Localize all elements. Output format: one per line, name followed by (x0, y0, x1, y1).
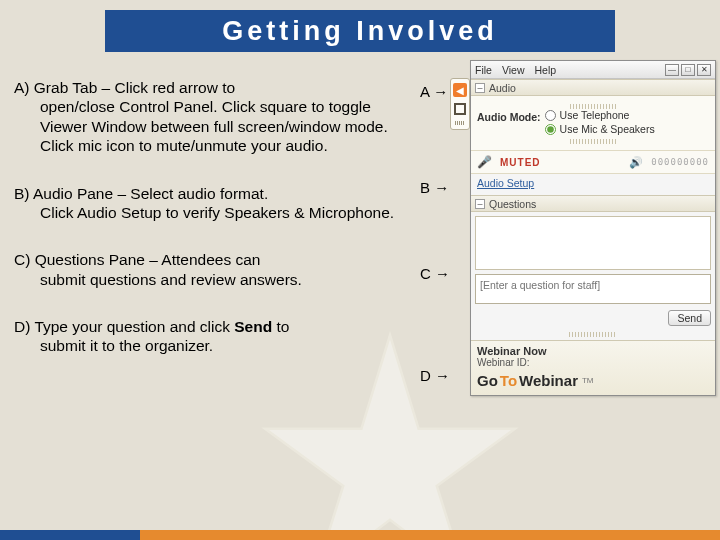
menubar: File View Help — □ ✕ (471, 61, 715, 79)
gotowebinar-panel: ◀ File View Help — □ ✕ – Audio Audio Mod… (450, 60, 716, 396)
grip-icon (570, 139, 616, 144)
questions-log (475, 216, 711, 270)
speaker-icon[interactable]: 🔊 (629, 156, 643, 169)
marker-b: B → (420, 179, 449, 196)
collapse-icon[interactable]: – (475, 83, 485, 93)
marker-d: D → (420, 367, 450, 384)
slide-footer-bar (0, 530, 720, 540)
panel-footer: Webinar Now Webinar ID: GoToWebinarTM (471, 340, 715, 395)
webinar-title: Webinar Now (477, 345, 709, 357)
volume-meter: 000000000 (651, 157, 709, 167)
question-input[interactable] (475, 274, 711, 304)
collapse-arrow-icon[interactable]: ◀ (453, 83, 467, 97)
minimize-icon[interactable]: — (665, 64, 679, 76)
grab-tab[interactable]: ◀ (450, 78, 470, 130)
questions-section-header[interactable]: – Questions (471, 195, 715, 212)
grip-icon (569, 332, 618, 337)
para-a: A) Grab Tab – Click red arrow to open/cl… (14, 78, 414, 156)
send-button[interactable]: Send (668, 310, 711, 326)
instruction-text: A) Grab Tab – Click red arrow to open/cl… (14, 78, 414, 384)
muted-status: MUTED (500, 157, 541, 168)
para-d: D) Type your question and click Send to … (14, 317, 414, 356)
radio-mic-input[interactable] (545, 124, 556, 135)
grab-grip-icon (455, 121, 465, 125)
brand-logo: GoToWebinarTM (477, 372, 709, 389)
audio-section-header[interactable]: – Audio (471, 79, 715, 96)
page-title: Getting Involved (105, 10, 615, 52)
audio-section-title: Audio (489, 82, 516, 94)
para-b: B) Audio Pane – Select audio format. Cli… (14, 184, 414, 223)
audio-pane: Audio Mode: Use Telephone Use Mic & Spea… (471, 96, 715, 150)
radio-telephone-label: Use Telephone (560, 109, 630, 121)
menu-view[interactable]: View (502, 64, 525, 76)
menu-help[interactable]: Help (535, 64, 557, 76)
audio-mode-label: Audio Mode: (477, 109, 541, 123)
close-icon[interactable]: ✕ (697, 64, 711, 76)
mic-icon[interactable]: 🎤 (477, 155, 492, 169)
maximize-icon[interactable]: □ (681, 64, 695, 76)
webinar-id-label: Webinar ID: (477, 357, 709, 368)
marker-a: A → (420, 83, 448, 100)
audio-setup-link[interactable]: Audio Setup (477, 177, 534, 189)
para-c: C) Questions Pane – Attendees can submit… (14, 250, 414, 289)
collapse-icon[interactable]: – (475, 199, 485, 209)
radio-telephone[interactable]: Use Telephone (545, 109, 655, 121)
fullscreen-toggle-icon[interactable] (454, 103, 466, 115)
questions-section-title: Questions (489, 198, 536, 210)
marker-c: C → (420, 265, 450, 282)
radio-telephone-input[interactable] (545, 110, 556, 121)
menu-file[interactable]: File (475, 64, 492, 76)
radio-mic-label: Use Mic & Speakers (560, 123, 655, 135)
radio-mic-speakers[interactable]: Use Mic & Speakers (545, 123, 655, 135)
mute-row: 🎤 MUTED 🔊 000000000 (471, 150, 715, 174)
